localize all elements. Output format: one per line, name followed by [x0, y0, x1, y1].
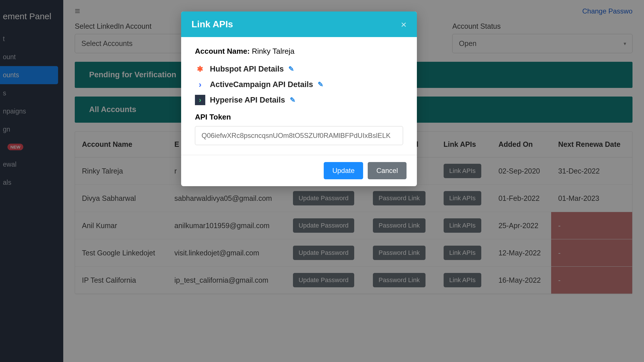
- api-token-label: API Token: [195, 113, 403, 122]
- update-button[interactable]: Update: [324, 162, 363, 179]
- hyperise-api-label: Hyperise API Details: [210, 96, 285, 105]
- hyperise-icon: ›: [195, 95, 205, 105]
- modal-title: Link APIs: [191, 19, 233, 30]
- modal-footer: Update Cancel: [181, 155, 417, 186]
- activecampaign-api-row: › ActiveCampaign API Details ✎: [195, 79, 403, 90]
- api-token-input[interactable]: [195, 126, 403, 145]
- link-apis-modal: Link APIs × Account Name: Rinky Talreja …: [181, 11, 417, 186]
- edit-icon[interactable]: ✎: [290, 96, 296, 104]
- modal-body: Account Name: Rinky Talreja ✱ Hubspot AP…: [181, 37, 417, 155]
- hubspot-icon: ✱: [195, 64, 205, 74]
- activecampaign-api-label: ActiveCampaign API Details: [210, 80, 313, 89]
- account-name-label: Account Name:: [195, 47, 250, 55]
- hyperise-api-row: › Hyperise API Details ✎: [195, 95, 403, 105]
- account-name-line: Account Name: Rinky Talreja: [195, 47, 403, 56]
- activecampaign-icon: ›: [195, 79, 205, 90]
- hubspot-api-label: Hubspot API Details: [210, 65, 284, 74]
- account-name-value: Rinky Talreja: [252, 47, 294, 55]
- edit-icon[interactable]: ✎: [288, 65, 294, 73]
- hubspot-api-row: ✱ Hubspot API Details ✎: [195, 64, 403, 74]
- close-icon[interactable]: ×: [401, 20, 407, 29]
- cancel-button[interactable]: Cancel: [368, 162, 407, 179]
- edit-icon[interactable]: ✎: [318, 80, 323, 88]
- modal-header: Link APIs ×: [181, 11, 417, 37]
